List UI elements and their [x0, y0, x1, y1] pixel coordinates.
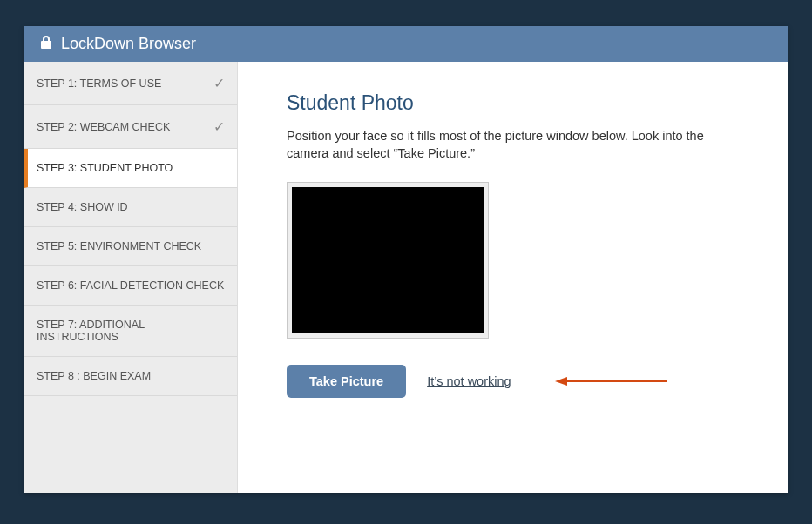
svg-marker-1 [555, 377, 567, 386]
titlebar: LockDown Browser [24, 26, 788, 62]
webcam-preview [292, 187, 484, 333]
sidebar-step-environment-check[interactable]: STEP 5: ENVIRONMENT CHECK [24, 227, 237, 266]
annotation-arrow-icon [555, 375, 668, 387]
step-label: STEP 7: ADDITIONAL INSTRUCTIONS [37, 319, 225, 343]
sidebar: STEP 1: TERMS OF USE ✓ STEP 2: WEBCAM CH… [24, 62, 238, 493]
check-icon: ✓ [213, 118, 225, 135]
lock-icon [40, 35, 52, 53]
action-row: Take Picture It’s not working [287, 365, 739, 398]
sidebar-step-facial-detection-check[interactable]: STEP 6: FACIAL DETECTION CHECK [24, 266, 237, 306]
its-not-working-link[interactable]: It’s not working [427, 374, 511, 388]
take-picture-button[interactable]: Take Picture [287, 365, 406, 398]
lockdown-window: LockDown Browser STEP 1: TERMS OF USE ✓ … [24, 26, 788, 493]
step-label: STEP 3: STUDENT PHOTO [37, 162, 173, 174]
sidebar-step-terms-of-use[interactable]: STEP 1: TERMS OF USE ✓ [24, 62, 237, 105]
sidebar-step-begin-exam[interactable]: STEP 8 : BEGIN EXAM [24, 357, 237, 396]
step-label: STEP 1: TERMS OF USE [37, 77, 161, 90]
step-label: STEP 6: FACIAL DETECTION CHECK [37, 279, 224, 292]
step-label: STEP 4: SHOW ID [37, 201, 128, 213]
sidebar-step-additional-instructions[interactable]: STEP 7: ADDITIONAL INSTRUCTIONS [24, 306, 237, 357]
body: STEP 1: TERMS OF USE ✓ STEP 2: WEBCAM CH… [24, 62, 788, 493]
app-title: LockDown Browser [61, 35, 196, 53]
sidebar-step-show-id[interactable]: STEP 4: SHOW ID [24, 188, 237, 227]
sidebar-step-webcam-check[interactable]: STEP 2: WEBCAM CHECK ✓ [24, 105, 237, 149]
instructions-text: Position your face so it fills most of t… [287, 127, 739, 163]
step-label: STEP 2: WEBCAM CHECK [37, 121, 170, 133]
check-icon: ✓ [213, 75, 225, 91]
step-label: STEP 5: ENVIRONMENT CHECK [37, 240, 201, 252]
step-label: STEP 8 : BEGIN EXAM [37, 370, 151, 382]
sidebar-step-student-photo[interactable]: STEP 3: STUDENT PHOTO [24, 149, 237, 188]
page-title: Student Photo [287, 91, 739, 115]
webcam-preview-frame [287, 182, 489, 339]
content-area: Student Photo Position your face so it f… [238, 62, 788, 493]
